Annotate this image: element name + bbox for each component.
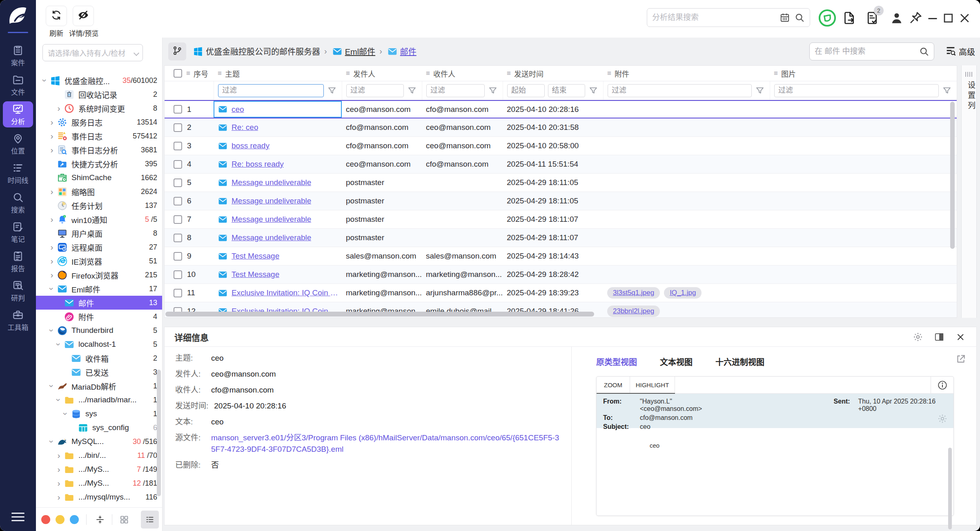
subject-link[interactable]: boss ready [232, 141, 270, 150]
collapse-arrow-icon[interactable]: › [61, 409, 71, 419]
row-checkbox[interactable] [174, 270, 182, 279]
tree-item[interactable]: ›事件日志575412 [36, 129, 162, 143]
table-search-input[interactable] [815, 47, 915, 56]
breadcrumb-mail[interactable]: 邮件 [400, 45, 416, 57]
tree-item[interactable]: ›远程桌面27 [36, 240, 162, 254]
attachment-filter-input[interactable] [608, 84, 752, 97]
collapse-arrow-icon[interactable]: › [54, 395, 64, 405]
tree-item[interactable]: ›服务日志13514 [36, 115, 162, 129]
row-checkbox[interactable] [174, 289, 182, 297]
zoom-button[interactable]: ZOOM [597, 377, 630, 393]
to-filter-input[interactable] [426, 84, 485, 97]
row-checkbox[interactable] [174, 142, 182, 150]
expand-arrow-icon[interactable]: › [47, 256, 57, 266]
tag-green-icon[interactable] [818, 9, 836, 27]
table-row[interactable]: 4Re: boss readyceo@manson.comcfo@manson.… [165, 155, 957, 174]
tree-item[interactable]: ›Thunderbird5 [36, 324, 162, 337]
table-row[interactable]: 11Exclusive Invitation: IQ Coin Pu...mar… [165, 284, 957, 302]
subject-link[interactable]: Message undeliverable [232, 233, 311, 242]
time-end-filter-input[interactable] [548, 84, 586, 97]
preview-toggle-button[interactable] [73, 6, 94, 26]
open-external-icon[interactable] [955, 353, 967, 365]
user-icon[interactable] [889, 11, 904, 25]
tree-item[interactable]: ›任务计划137 [36, 199, 162, 212]
expand-arrow-icon[interactable]: › [47, 117, 57, 127]
collapse-arrow-icon[interactable]: › [40, 76, 50, 85]
calendar-icon[interactable] [780, 12, 790, 23]
row-checkbox[interactable] [174, 123, 182, 132]
image-filter-input[interactable] [774, 84, 939, 97]
sidebar-item-research[interactable]: 研判 [3, 278, 33, 304]
row-checkbox[interactable] [174, 234, 182, 242]
column-header-3[interactable]: ≡收件人 [422, 66, 503, 81]
tree-item[interactable]: ›sys_config6 [36, 421, 162, 435]
filter-funnel-icon[interactable] [755, 86, 765, 96]
row-checkbox[interactable] [174, 105, 182, 114]
sidebar-item-toolbox[interactable]: 工具箱 [3, 307, 33, 333]
subject-link[interactable]: Test Message [232, 270, 279, 279]
tree-item[interactable]: ›收件箱2 [36, 351, 162, 365]
expand-arrow-icon[interactable]: › [54, 451, 64, 460]
menu-icon[interactable] [11, 510, 24, 524]
expand-arrow-icon[interactable]: › [54, 103, 64, 113]
sidebar-item-location[interactable]: 位置 [3, 131, 33, 157]
tree-item[interactable]: ›.../MyS...7 /149 [36, 462, 162, 476]
tree-item[interactable]: ›IE浏览器51 [36, 254, 162, 268]
search-icon[interactable] [919, 46, 929, 57]
subject-link[interactable]: Message undeliverable [232, 196, 311, 205]
table-row[interactable]: 8Message undeliverablepostmaster2025-04-… [165, 229, 957, 247]
table-row[interactable]: 2Re: ceocfo@manson.comceo@manson.com2025… [165, 118, 957, 137]
table-row[interactable]: 9Test Messagesales@manson.comsales@manso… [165, 247, 957, 266]
viewer-tab[interactable]: 文本视图 [660, 358, 693, 367]
tree-item[interactable]: ›用户桌面8 [36, 226, 162, 240]
pin-icon[interactable] [908, 11, 923, 25]
expand-arrow-icon[interactable]: › [54, 492, 64, 502]
expand-arrow-icon[interactable]: › [47, 145, 57, 155]
subject-link[interactable]: Re: ceo [232, 123, 258, 132]
detail-split-icon[interactable] [934, 332, 944, 342]
row-checkbox[interactable] [174, 215, 182, 224]
tree-item[interactable]: ›回收站记录2 [36, 87, 162, 101]
tree-item[interactable]: ›ShimCache1662 [36, 171, 162, 185]
sidebar-item-search[interactable]: 搜索 [3, 190, 33, 216]
email-header-gear-icon[interactable] [937, 413, 948, 424]
detail-close-icon[interactable] [955, 332, 966, 342]
expand-arrow-icon[interactable]: › [47, 214, 57, 224]
collapse-panel-icon[interactable] [93, 513, 107, 527]
viewer-tab[interactable]: 原类型视图 [596, 358, 637, 367]
table-row[interactable]: 1ceoceo@manson.comcfo@manson.com2025-04-… [165, 100, 957, 118]
column-header-2[interactable]: ≡发件人 [342, 66, 422, 81]
from-filter-input[interactable] [346, 84, 404, 97]
collapse-arrow-icon[interactable]: › [47, 437, 57, 446]
column-header-0[interactable]: ≡序号 [165, 66, 214, 81]
report-tasks-icon[interactable]: 2 [865, 11, 880, 25]
select-all-checkbox[interactable] [174, 69, 182, 78]
filter-funnel-icon[interactable] [407, 86, 417, 96]
info-icon[interactable] [931, 377, 953, 394]
detail-settings-icon[interactable] [913, 332, 923, 342]
table-row[interactable]: 5Message undeliverablepostmaster2025-04-… [165, 174, 957, 192]
attachment-link[interactable]: 23bbnl2l.jpeg [607, 306, 660, 317]
subject-link[interactable]: Test Message [232, 252, 279, 261]
yellow-dot-button[interactable] [56, 515, 65, 524]
column-settings-strip[interactable]: 设置列 [961, 65, 977, 318]
table-horizontal-scrollbar[interactable] [165, 312, 594, 317]
source-file-link[interactable]: manson_server3.e01/分区3/Program Files (x8… [211, 432, 563, 455]
tree-scrollbar[interactable] [157, 370, 161, 496]
sidebar-item-timeline[interactable]: 时间线 [3, 160, 33, 186]
table-row[interactable]: 6Message undeliverablepostmaster2025-04-… [165, 192, 957, 210]
subject-link[interactable]: Message undeliverable [232, 215, 311, 224]
column-header-5[interactable]: ≡附件 [603, 66, 770, 81]
refresh-button[interactable] [46, 6, 67, 26]
list-view-icon[interactable] [141, 511, 159, 529]
breadcrumb-eml[interactable]: Eml邮件 [345, 45, 375, 57]
advanced-search-button[interactable]: 高级 [945, 45, 975, 58]
tree-item[interactable]: ›已发送3 [36, 365, 162, 379]
tree-item[interactable]: ›MySQL...30 /516 [36, 435, 162, 448]
global-search-input[interactable] [652, 13, 775, 22]
expand-arrow-icon[interactable]: › [47, 131, 57, 141]
tree-item[interactable]: ›Firefox浏览器215 [36, 268, 162, 282]
subject-filter-input[interactable] [218, 84, 324, 97]
tree-item[interactable]: ›sys1 [36, 407, 162, 421]
viewer-tab[interactable]: 十六进制视图 [715, 358, 764, 367]
